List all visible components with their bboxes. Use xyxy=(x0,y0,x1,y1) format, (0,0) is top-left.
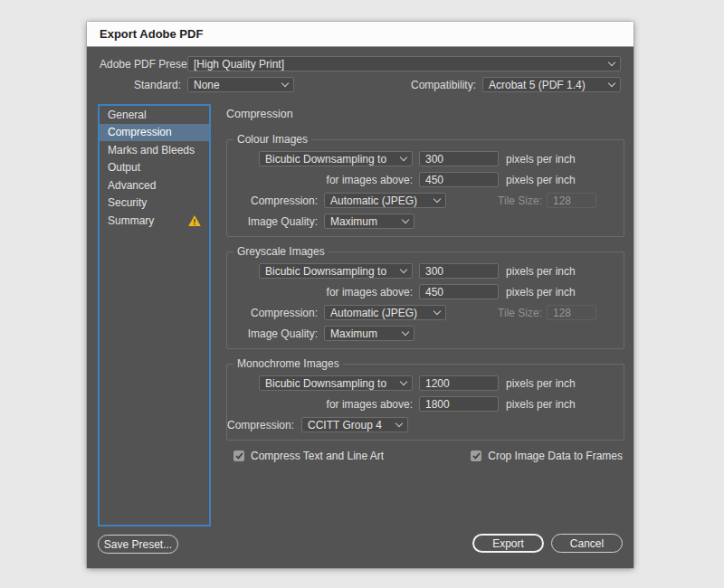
group-title: Monochrome Images xyxy=(233,357,343,370)
preset-label: Adobe PDF Preset: xyxy=(100,58,181,71)
monochrome-resolution-input[interactable] xyxy=(419,375,499,391)
chevron-down-icon xyxy=(400,378,407,385)
preset-row: Adobe PDF Preset: [High Quality Print] xyxy=(100,56,621,71)
greyscale-threshold-input[interactable] xyxy=(419,284,499,299)
unit-label: pixels per inch xyxy=(506,286,576,299)
colour-resolution-input[interactable] xyxy=(419,151,499,166)
chevron-down-icon xyxy=(395,420,403,427)
unit-label: pixels per inch xyxy=(506,153,576,166)
standard-label: Standard: xyxy=(100,79,181,91)
sidebar-item-general[interactable]: General xyxy=(100,106,209,124)
unit-label: pixels per inch xyxy=(506,265,576,278)
colour-tile-size-input xyxy=(547,193,596,208)
checkbox-checked-icon xyxy=(471,450,481,461)
save-preset-button[interactable]: Save Preset... xyxy=(98,535,178,554)
unit-label: pixels per inch xyxy=(506,377,576,390)
panel-title: Compression xyxy=(226,108,624,120)
sidebar-item-compression[interactable]: Compression xyxy=(100,124,209,142)
options-row: Compress Text and Line Art Crop Image Da… xyxy=(226,450,624,462)
chevron-down-icon xyxy=(400,266,407,273)
group-title: Greyscale Images xyxy=(233,245,329,258)
sidebar-item-output[interactable]: Output xyxy=(100,159,209,177)
settings-sidebar: General Compression Marks and Bleeds Out… xyxy=(98,104,211,526)
standard-row: Standard: None Compatibility: Acrobat 5 … xyxy=(100,77,621,92)
unit-label: pixels per inch xyxy=(506,174,576,186)
images-above-label: for images above: xyxy=(236,174,413,186)
compression-label: Compression: xyxy=(227,419,294,432)
monochrome-threshold-input[interactable] xyxy=(419,396,499,412)
unit-label: pixels per inch xyxy=(506,398,576,411)
greyscale-images-group: Greyscale Images Bicubic Downsampling to… xyxy=(226,251,624,349)
sidebar-item-summary[interactable]: Summary xyxy=(100,212,209,230)
sidebar-item-security[interactable]: Security xyxy=(100,194,209,213)
compression-label: Compression: xyxy=(236,307,318,319)
colour-compression-dropdown[interactable]: Automatic (JPEG) xyxy=(324,193,446,208)
sidebar-item-marks-and-bleeds[interactable]: Marks and Bleeds xyxy=(100,141,209,159)
images-above-label: for images above: xyxy=(236,286,413,299)
images-above-label: for images above: xyxy=(236,398,413,411)
greyscale-compression-dropdown[interactable]: Automatic (JPEG) xyxy=(324,305,446,320)
image-quality-label: Image Quality: xyxy=(236,327,318,340)
chevron-down-icon xyxy=(433,195,441,203)
greyscale-downsampling-dropdown[interactable]: Bicubic Downsampling to xyxy=(259,263,413,279)
sidebar-item-advanced[interactable]: Advanced xyxy=(100,176,209,194)
compatibility-dropdown[interactable]: Acrobat 5 (PDF 1.4) xyxy=(482,77,621,92)
greyscale-resolution-input[interactable] xyxy=(419,263,499,279)
compatibility-label: Compatibility: xyxy=(411,79,476,91)
colour-downsampling-dropdown[interactable]: Bicubic Downsampling to xyxy=(259,151,413,166)
colour-images-group: Colour Images Bicubic Downsampling to pi… xyxy=(226,139,624,237)
dialog-titlebar: Export Adobe PDF xyxy=(87,22,634,47)
greyscale-tile-size-input xyxy=(547,305,596,320)
chevron-down-icon xyxy=(402,216,409,223)
cancel-button[interactable]: Cancel xyxy=(551,534,623,553)
crop-image-data-checkbox[interactable]: Crop Image Data to Frames xyxy=(471,450,623,462)
colour-threshold-input[interactable] xyxy=(419,172,499,187)
tile-size-label: Tile Size: xyxy=(446,307,542,319)
chevron-down-icon xyxy=(281,80,289,87)
tile-size-label: Tile Size: xyxy=(446,194,542,207)
standard-dropdown[interactable]: None xyxy=(187,77,294,92)
group-title: Colour Images xyxy=(233,133,311,146)
chevron-down-icon xyxy=(402,328,409,336)
monochrome-downsampling-dropdown[interactable]: Bicubic Downsampling to xyxy=(259,375,413,391)
greyscale-image-quality-dropdown[interactable]: Maximum xyxy=(324,326,414,341)
colour-image-quality-dropdown[interactable]: Maximum xyxy=(324,213,414,229)
pdf-preset-dropdown[interactable]: [High Quality Print] xyxy=(187,56,621,71)
chevron-down-icon xyxy=(608,59,615,66)
export-pdf-dialog: Export Adobe PDF Adobe PDF Preset: [High… xyxy=(87,22,634,568)
warning-icon xyxy=(188,215,201,226)
compress-text-checkbox[interactable]: Compress Text and Line Art xyxy=(233,450,384,462)
checkbox-checked-icon xyxy=(233,450,244,461)
monochrome-images-group: Monochrome Images Bicubic Downsampling t… xyxy=(226,364,624,441)
export-button[interactable]: Export xyxy=(472,534,544,553)
monochrome-compression-dropdown[interactable]: CCITT Group 4 xyxy=(301,417,408,432)
compression-label: Compression: xyxy=(236,194,318,207)
chevron-down-icon xyxy=(608,80,615,87)
image-quality-label: Image Quality: xyxy=(236,215,318,228)
chevron-down-icon xyxy=(400,154,407,161)
compression-panel: Compression Colour Images Bicubic Downsa… xyxy=(226,104,624,462)
dialog-title: Export Adobe PDF xyxy=(100,27,203,41)
chevron-down-icon xyxy=(433,308,441,315)
